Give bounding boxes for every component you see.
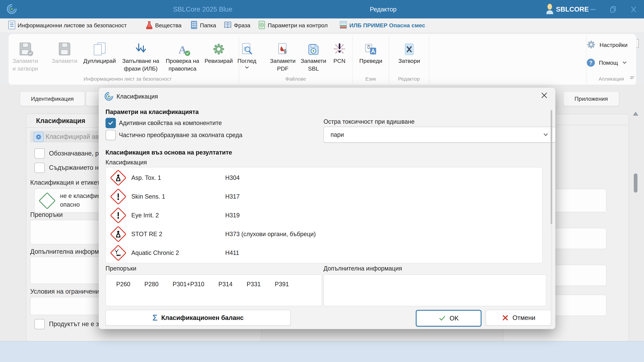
chevron-down-icon	[543, 133, 548, 137]
button-label: SBL	[308, 65, 319, 72]
precautions-label: Препоръки	[106, 265, 136, 272]
app-title: SBLCore 2025 Blue	[173, 5, 232, 13]
additional-info-label: Допълнителна информация	[324, 265, 402, 272]
section-button-attachments[interactable]: Приложения	[563, 91, 619, 106]
view-icon	[241, 37, 252, 55]
tab-folder[interactable]: Папка	[190, 18, 216, 32]
product-checkbox[interactable]	[34, 319, 45, 329]
cancel-button-label: Отмени	[512, 314, 535, 322]
red-x-icon	[502, 314, 509, 321]
maximize-button[interactable]	[608, 4, 618, 14]
labeling-checkbox[interactable]	[34, 148, 45, 159]
section-button-label: Приложения	[574, 95, 608, 102]
classification-balance-button[interactable]: Σ Класификационен баланс	[106, 310, 291, 326]
ribbon-group-label: Език	[352, 76, 389, 82]
fill-phrases-button[interactable]: Запълване на фрази (ИЛБ)	[119, 37, 162, 77]
button-label: Запълване на	[122, 58, 159, 64]
classification-row[interactable]: Eye Irrit. 2 H319	[106, 206, 542, 225]
account-name[interactable]: SBLCORE	[556, 5, 589, 13]
question-mark-icon: ?	[587, 59, 595, 67]
ghs09-environment-icon	[110, 245, 126, 261]
button-label: Запамети	[52, 58, 78, 64]
settings-label: Настройки	[600, 42, 628, 48]
sbl-floppy-icon	[308, 37, 319, 55]
p-code[interactable]: P280	[144, 281, 158, 288]
auto-classify-gear-icon[interactable]	[34, 132, 44, 142]
partial-transformation-checkbox[interactable]	[106, 130, 116, 140]
params-heading: Параметри на класификацията	[106, 108, 199, 115]
hazard-class-name: Eye Irrit. 2	[131, 212, 225, 219]
bulgarian-flag-icon	[340, 21, 347, 30]
help-button[interactable]: ? Помощ	[587, 57, 636, 69]
app-logo-icon	[6, 4, 17, 15]
chevron-down-icon[interactable]	[622, 61, 627, 64]
dialog-close-icon[interactable]	[540, 92, 548, 100]
group-options-icon[interactable]	[630, 76, 634, 80]
pcn-burst-icon	[334, 37, 346, 55]
button-label: Преведи	[360, 58, 382, 64]
duplicate-button[interactable]: Дуплицирай	[82, 37, 117, 77]
p-code[interactable]: P331	[246, 281, 260, 288]
dialog-scrollbar-thumb[interactable]	[550, 110, 552, 224]
acute-toxicity-label: Остра токсичност при вдишване	[324, 118, 414, 125]
balance-button-label: Класификационен баланс	[161, 314, 244, 322]
button-label: и затвори	[12, 65, 38, 72]
ok-button[interactable]: OK	[416, 310, 482, 327]
tab-bar: Информационни листове за безопасност Вещ…	[0, 18, 644, 32]
classification-row[interactable]: STOT RE 2 H373 (слухови органи, бъбреци)	[106, 225, 542, 244]
save-button[interactable]: Запамети	[51, 37, 78, 77]
save-close-icon	[20, 37, 31, 55]
button-label: Ревизирай	[204, 58, 233, 64]
packaging-checkbox[interactable]	[34, 163, 45, 173]
spellcheck-icon: A	[178, 37, 186, 55]
tab-phrase[interactable]: Фраза	[224, 18, 250, 32]
p-code[interactable]: P391	[275, 281, 289, 288]
tab-control-parameters[interactable]: Параметри на контрол	[258, 18, 328, 32]
acute-toxicity-dropdown[interactable]: пари	[324, 127, 556, 143]
close-window-button[interactable]	[628, 4, 639, 14]
close-editor-button[interactable]: Затвори	[393, 37, 425, 77]
save-and-close-button[interactable]: Запамети и затвори	[8, 37, 42, 77]
settings-button[interactable]: Настройки	[587, 39, 636, 51]
classification-row[interactable]: Asp. Tox. 1 H304	[106, 168, 542, 187]
ghs07-exclamation-icon	[110, 208, 126, 223]
classification-list[interactable]: Asp. Tox. 1 H304 Skin Sens. 1 H317 Eye I…	[106, 167, 542, 263]
classification-row[interactable]: Aquatic Chronic 2 H411	[106, 244, 542, 262]
button-label: PCN	[334, 58, 346, 64]
p-code[interactable]: P260	[116, 281, 130, 288]
button-label: Запамети	[12, 58, 38, 64]
ok-button-label: OK	[450, 315, 459, 322]
classification-row[interactable]: Skin Sens. 1 H317	[106, 187, 542, 206]
pcn-button[interactable]: PCN	[328, 37, 350, 77]
results-heading: Класификация въз основа на резултатите	[106, 149, 232, 156]
p-code[interactable]: P314	[218, 281, 232, 288]
spellcheck-button[interactable]: A Проверка на правописа	[162, 37, 202, 77]
tab-substances[interactable]: Вещества	[146, 18, 182, 32]
tab-safety-data-sheets[interactable]: Информационни листове за безопасност	[8, 18, 127, 32]
cancel-button[interactable]: Отмени	[486, 310, 552, 326]
button-label: Проверка на	[166, 58, 199, 64]
view-button[interactable]: Поглед	[232, 37, 261, 77]
additive-properties-checkbox[interactable]	[106, 118, 116, 128]
window-section-label: Редактор	[370, 6, 396, 13]
dropdown-value: пари	[330, 131, 344, 138]
additional-info-field[interactable]	[324, 274, 546, 306]
chevron-down-icon[interactable]	[244, 66, 250, 69]
ribbon-group-label: Редактор	[389, 76, 429, 82]
section-button-identification[interactable]: Идентификация	[20, 91, 85, 106]
tab-sds-example-active[interactable]: ИЛБ ПРИМЕР Опасна смес	[340, 18, 425, 32]
save-sbl-button[interactable]: Запамети SBL	[298, 37, 330, 77]
control-params-icon	[258, 21, 265, 30]
hazard-statement-code: H373 (слухови органи, бъбреци)	[225, 231, 316, 238]
precaution-codes-box[interactable]: P260 P280 P301+P310 P314 P331 P391	[106, 274, 322, 306]
minimize-button[interactable]	[588, 4, 598, 14]
p-code[interactable]: P301+P310	[172, 281, 204, 288]
revise-button[interactable]: Ревизирай	[202, 37, 236, 77]
book-icon	[224, 21, 232, 29]
translate-button[interactable]: Преведи	[355, 37, 387, 77]
scrollbar-thumb[interactable]	[634, 173, 638, 193]
ribbon-group-label: Файлове	[239, 76, 352, 82]
save-pdf-button[interactable]: Запамети PDF	[267, 37, 299, 77]
account-avatar	[545, 3, 554, 15]
scrollbar-up-arrow[interactable]	[633, 112, 638, 116]
